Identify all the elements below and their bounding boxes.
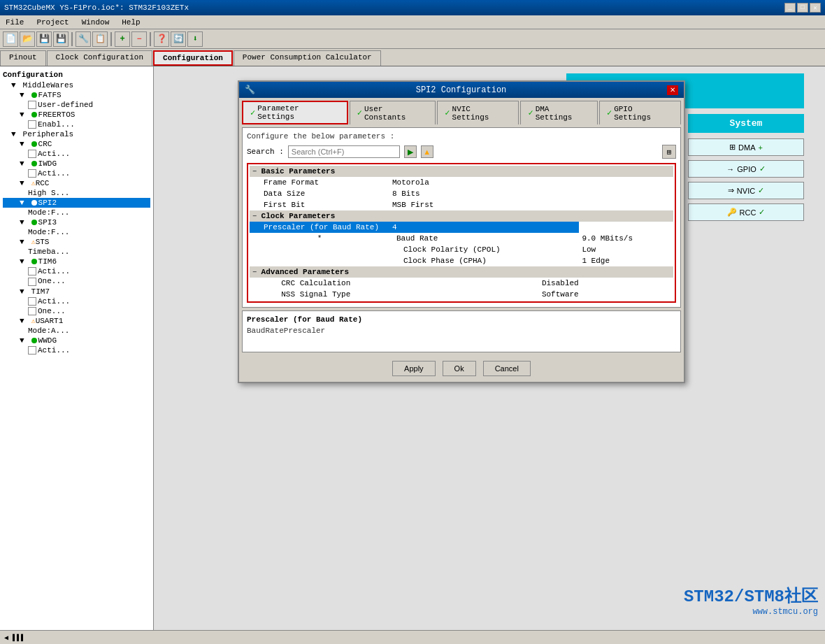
table-row[interactable]: Clock Phase (CPHA) 1 Edge [250, 255, 673, 266]
tree-spi3-mode[interactable]: Mode:F... [3, 227, 150, 237]
dialog-close-button[interactable]: ✕ [667, 85, 678, 95]
param-name: Clock Polarity (CPOL) [389, 244, 579, 255]
tree-freertos[interactable]: ▼ FREERTOS [3, 110, 150, 120]
tool2[interactable]: 📋 [92, 31, 108, 47]
tab-power[interactable]: Power Consumption Calculator [234, 50, 381, 66]
dialog-tab-nvic[interactable]: ✓ NVIC Settings [437, 101, 519, 124]
tree-wwdg[interactable]: ▼ WWDG [3, 336, 150, 345]
tree-tim6[interactable]: ▼ TIM6 [3, 257, 150, 266]
tree-sts[interactable]: ▼ ⚠STS [3, 237, 150, 247]
tree-sts-timeba[interactable]: Timeba... [3, 247, 150, 257]
dialog-icon: 🔧 [245, 85, 255, 95]
table-row-selected[interactable]: Prescaler (for Baud Rate) 4 [250, 222, 673, 233]
title-bar: STM32CubeMX YS-F1Pro.ioc*: STM32F103ZETx… [0, 0, 825, 15]
tree-peripherals[interactable]: ▼ Peripherals [3, 129, 150, 139]
tree-crc[interactable]: ▼ CRC [3, 139, 150, 149]
tree-tim7-one[interactable]: One... [3, 306, 150, 316]
help-button[interactable]: ❓ [154, 31, 169, 47]
tree-rcc[interactable]: ▼ ⚠RCC [3, 178, 150, 188]
table-row[interactable]: First Bit MSB First [250, 199, 673, 210]
basic-params-header[interactable]: − Basic Parameters [250, 166, 673, 177]
tree-middlewares[interactable]: ▼ MiddleWares [3, 80, 150, 90]
tree-freertos-enable[interactable]: Enabl... [3, 120, 150, 129]
maximize-button[interactable]: □ [797, 3, 808, 13]
tab-clock[interactable]: Clock Configuration [47, 50, 152, 66]
table-row[interactable]: CRC Calculation Disabled [250, 278, 673, 289]
param-name: Frame Format [250, 177, 389, 188]
clock-params-header[interactable]: − Clock Parameters [250, 210, 673, 222]
tree-tim6-active[interactable]: Acti... [3, 266, 150, 276]
dialog-tabs: ✓ Parameter Settings ✓ User Constants ✓ … [239, 98, 684, 124]
tree-crc-active[interactable]: Acti... [3, 149, 150, 159]
param-name: CRC Calculation [267, 278, 539, 289]
separator3 [150, 32, 151, 46]
param-name: First Bit [250, 199, 389, 210]
tree-spi2-mode[interactable]: Mode:F... [3, 208, 150, 217]
grid-view-button[interactable]: ⊞ [662, 145, 676, 159]
window-title: STM32CubeMX YS-F1Pro.ioc*: STM32F103ZETx [4, 3, 189, 12]
clock-toggle-icon: − [252, 213, 257, 220]
tree-usart1-mode[interactable]: Mode:A... [3, 326, 150, 336]
save-as-button[interactable]: 💾 [53, 31, 69, 47]
menu-file[interactable]: File [3, 17, 27, 27]
dialog-tab-dma[interactable]: ✓ DMA Settings [520, 101, 598, 124]
param-value: 1 Edge [579, 255, 673, 266]
dialog-description: Configure the below parameters : [247, 132, 676, 141]
nvic-tab-check-icon: ✓ [445, 108, 450, 118]
table-row[interactable]: Clock Polarity (CPOL) Low [250, 244, 673, 255]
table-row[interactable]: Data Size 8 Bits [250, 188, 673, 199]
param-name: NSS Signal Type [267, 289, 539, 300]
table-row[interactable]: NSS Signal Type Software [250, 289, 673, 300]
main-content: Configuration ▼ MiddleWares ▼ FATFS User… [0, 66, 825, 644]
new-button[interactable]: 📄 [3, 31, 18, 47]
tree-fatfs[interactable]: ▼ FATFS [3, 90, 150, 100]
window-controls: _ □ ✕ [784, 3, 821, 13]
tab-pinout[interactable]: Pinout [0, 50, 46, 66]
dialog-tab-params[interactable]: ✓ Parameter Settings [242, 101, 348, 124]
advanced-params-header[interactable]: − Advanced Parameters [250, 266, 673, 278]
tree-rcc-high[interactable]: High S... [3, 188, 150, 198]
close-button[interactable]: ✕ [810, 3, 821, 13]
open-button[interactable]: 📂 [20, 31, 35, 47]
tree-fatfs-userdefined[interactable]: User-defined [3, 100, 150, 110]
table-row[interactable]: Frame Format Motorola [250, 177, 673, 188]
add-button[interactable]: + [115, 31, 130, 47]
dialog-body: Configure the below parameters : Search … [242, 127, 681, 308]
table-row[interactable]: * Baud Rate 9.0 MBits/s [250, 233, 673, 244]
search-orange-icon-btn[interactable]: ▲ [421, 145, 433, 158]
search-green-icon-btn[interactable]: ▶ [404, 145, 417, 158]
menu-project[interactable]: Project [34, 17, 71, 27]
cancel-button[interactable]: Cancel [483, 361, 531, 376]
tree-spi2[interactable]: ▼ SPI2 [3, 198, 150, 208]
right-panel: Connectivity System 🔗 SPI2 ✓ 🔗 SPI3 ✓ [154, 66, 825, 644]
param-value-prescaler: 4 [389, 222, 579, 233]
tree-iwdg[interactable]: ▼ IWDG [3, 159, 150, 169]
dialog-tab-gpio[interactable]: ✓ GPIO Settings [599, 101, 681, 124]
save-button[interactable]: 💾 [36, 31, 52, 47]
tree-usart1[interactable]: ▼ ⚠USART1 [3, 316, 150, 326]
remove-button[interactable]: − [131, 31, 147, 47]
search-input[interactable] [288, 145, 400, 158]
minimize-button[interactable]: _ [784, 3, 796, 13]
download-button[interactable]: ⬇ [187, 31, 203, 47]
tree-tim6-one[interactable]: One... [3, 276, 150, 286]
ok-button[interactable]: Ok [443, 361, 476, 376]
dialog-tab-user-constants[interactable]: ✓ User Constants [350, 101, 436, 124]
tree-tim7[interactable]: ▼ TIM7 [3, 287, 150, 296]
menu-window[interactable]: Window [79, 17, 113, 27]
tree-wwdg-active[interactable]: Acti... [3, 345, 150, 355]
toolbar: 📄 📂 💾 💾 🔧 📋 + − ❓ 🔄 ⬇ [0, 29, 825, 49]
desc-text: BaudRatePrescaler [247, 327, 676, 335]
tree-spi3[interactable]: ▼ SPI3 [3, 217, 150, 227]
tree-iwdg-active[interactable]: Acti... [3, 169, 150, 178]
status-text: ◀ ▌▌▌ [4, 634, 25, 642]
tab-configuration[interactable]: Configuration [153, 50, 233, 66]
apply-button[interactable]: Apply [392, 361, 436, 376]
param-value: 8 Bits [389, 188, 673, 199]
refresh-button[interactable]: 🔄 [171, 31, 186, 47]
menu-help[interactable]: Help [119, 17, 143, 27]
tree-tim7-active[interactable]: Acti... [3, 296, 150, 306]
tool1[interactable]: 🔧 [76, 31, 91, 47]
param-value: Low [579, 244, 673, 255]
param-name: Data Size [250, 188, 389, 199]
